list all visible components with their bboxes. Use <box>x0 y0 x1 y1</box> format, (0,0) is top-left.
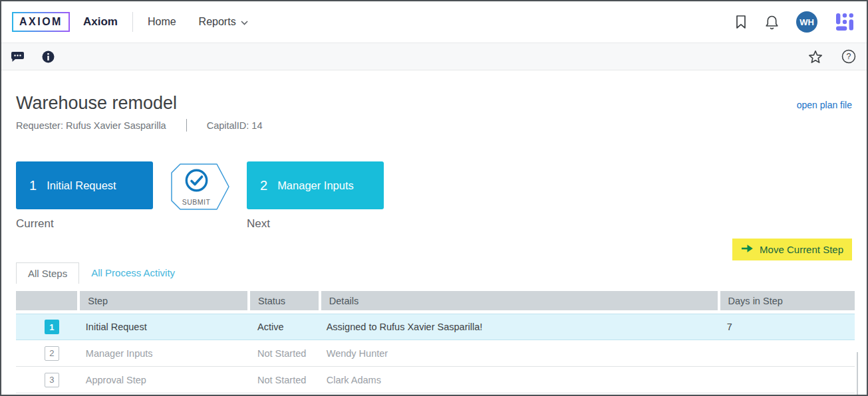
comment-icon[interactable] <box>11 50 25 63</box>
nav-divider <box>132 12 133 32</box>
table-row-initial-request[interactable]: 1 Initial Request Active Assigned to Ruf… <box>16 314 855 340</box>
star-icon[interactable] <box>808 50 823 64</box>
step-box-manager-inputs[interactable]: 2 Manager Inputs <box>247 161 384 209</box>
requester-label: Requester: Rufus Xavier Sasparilla <box>16 120 166 131</box>
subtitle-divider <box>186 119 187 132</box>
avatar-initials: WH <box>799 17 814 27</box>
table-row-approval-step[interactable]: 3 Approval Step Not Started Clark Adams <box>16 367 855 393</box>
cell-details: Clark Adams <box>319 375 719 385</box>
cell-step: Manager Inputs <box>78 348 249 359</box>
cell-days-in-step: 7 <box>719 322 855 332</box>
nav-reports-label: Reports <box>199 16 236 28</box>
axiom-logo[interactable]: AXIOM <box>12 12 70 32</box>
green-arrow-icon <box>741 244 754 255</box>
step-number-badge: 2 <box>45 346 59 361</box>
move-current-step-label: Move Current Step <box>760 244 843 255</box>
secondary-toolbar: ? <box>1 43 867 70</box>
column-header-status[interactable]: Status <box>250 291 319 310</box>
help-icon[interactable]: ? <box>841 49 856 64</box>
brand-name: Axiom <box>83 15 118 29</box>
step-label: Manager Inputs <box>277 179 354 192</box>
bookmark-icon[interactable] <box>734 15 748 29</box>
step-number-badge: 1 <box>45 320 59 334</box>
scrollbar[interactable] <box>857 352 858 396</box>
step-number: 2 <box>260 178 267 193</box>
column-header-blank[interactable] <box>16 291 77 310</box>
step-box-initial-request[interactable]: 1 Initial Request <box>16 161 153 209</box>
cell-step: Initial Request <box>78 322 249 332</box>
cell-status: Not Started <box>249 348 319 359</box>
page-title: Warehouse remodel <box>16 93 177 114</box>
nav-home-label: Home <box>148 16 176 28</box>
capital-id-label: CapitalID: 14 <box>207 120 263 131</box>
info-icon[interactable] <box>42 50 55 63</box>
tab-bar: All Steps All Process Activity <box>16 262 852 284</box>
submit-transition[interactable]: SUBMIT <box>171 163 229 210</box>
cell-details: Assigned to Rufus Xavier Sasparilla! <box>319 322 719 332</box>
step-caption-current: Current <box>16 217 153 231</box>
step-number-badge: 3 <box>45 373 59 387</box>
move-current-step-button[interactable]: Move Current Step <box>732 239 852 260</box>
nav-item-home[interactable]: Home <box>148 16 176 28</box>
table-row-manager-inputs[interactable]: 2 Manager Inputs Not Started Wendy Hunte… <box>16 340 855 367</box>
svg-text:?: ? <box>847 52 851 61</box>
step-number: 1 <box>29 178 37 193</box>
column-header-details[interactable]: Details <box>321 291 718 310</box>
app-grid-icon[interactable] <box>835 12 855 32</box>
workflow-steps: 1 Initial Request Current SUBMIT <box>16 161 852 231</box>
tab-all-process-activity[interactable]: All Process Activity <box>80 262 186 284</box>
column-header-step[interactable]: Step <box>80 291 247 310</box>
nav-item-reports[interactable]: Reports <box>199 16 248 28</box>
axiom-logo-text: AXIOM <box>13 13 69 31</box>
cell-status: Active <box>249 322 319 332</box>
main-content: Warehouse remodel open plan file Request… <box>1 93 867 393</box>
column-header-days-in-step[interactable]: Days in Step <box>720 291 855 310</box>
cell-details: Wendy Hunter <box>319 348 719 359</box>
top-navbar: AXIOM Axiom Home Reports WH <box>1 1 867 43</box>
step-label: Initial Request <box>47 179 116 192</box>
open-plan-file-link[interactable]: open plan file <box>797 100 852 110</box>
bell-icon[interactable] <box>765 15 779 30</box>
steps-table: Step Status Details Days in Step 1 Initi… <box>16 291 855 393</box>
table-header-row: Step Status Details Days in Step <box>16 291 855 310</box>
cell-step: Approval Step <box>78 375 249 385</box>
chevron-down-icon <box>241 16 248 28</box>
avatar[interactable]: WH <box>796 11 817 33</box>
submit-label: SUBMIT <box>182 198 211 206</box>
cell-status: Not Started <box>249 375 319 385</box>
check-circle-icon <box>184 168 209 195</box>
step-caption-next: Next <box>247 217 384 231</box>
tab-all-steps[interactable]: All Steps <box>16 262 79 284</box>
